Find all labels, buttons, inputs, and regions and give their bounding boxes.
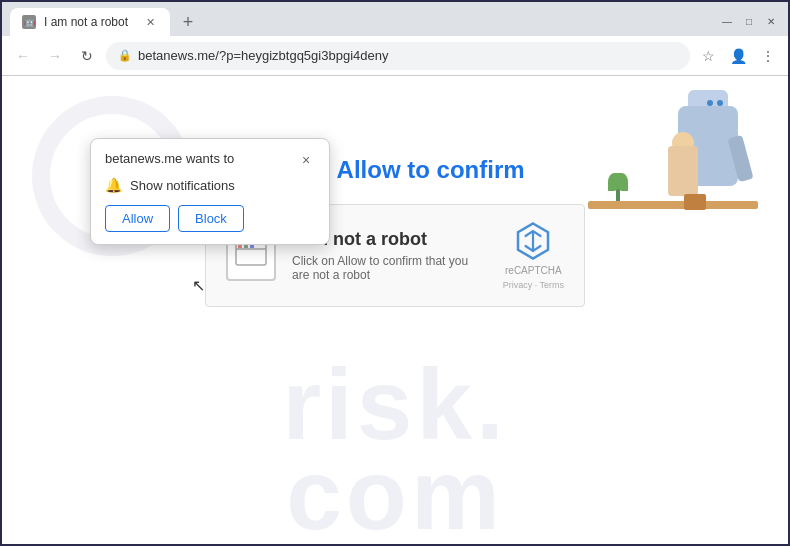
page-content: risk. com: [2, 76, 788, 544]
recaptcha-links: Privacy · Terms: [503, 280, 564, 290]
refresh-button[interactable]: ↻: [74, 43, 100, 69]
notification-popup: betanews.me wants to × 🔔 Show notificati…: [90, 138, 330, 245]
window-controls: — □ ✕: [718, 12, 780, 36]
popup-title: betanews.me wants to: [105, 151, 234, 166]
watermark-risk: risk.: [282, 354, 508, 454]
allow-button[interactable]: Allow: [105, 205, 170, 232]
maximize-button[interactable]: □: [740, 12, 758, 30]
menu-icon[interactable]: ⋮: [756, 44, 780, 68]
tab-title: I am not a robot: [44, 15, 134, 29]
address-right-icons: ☆ 👤 ⋮: [696, 44, 780, 68]
popup-header: betanews.me wants to ×: [105, 151, 315, 169]
popup-close-button[interactable]: ×: [297, 151, 315, 169]
bell-icon: 🔔: [105, 177, 122, 193]
lock-icon: 🔒: [118, 49, 132, 62]
captcha-right: reCAPTCHA Privacy · Terms: [503, 221, 564, 290]
captcha-subtitle: Click on Allow to confirm that you are n…: [292, 254, 487, 282]
url-text: betanews.me/?p=heygizbtgq5gi3bpgi4deny: [138, 48, 388, 63]
forward-button[interactable]: →: [42, 43, 68, 69]
recaptcha-label: reCAPTCHA: [505, 265, 562, 276]
popup-item: 🔔 Show notifications: [105, 177, 315, 193]
tab-favicon: 🤖: [22, 15, 36, 29]
tab-close-button[interactable]: ✕: [142, 14, 158, 30]
popup-item-text: Show notifications: [130, 178, 235, 193]
browser-window: 🤖 I am not a robot ✕ + — □ ✕ ← → ↻ 🔒 bet…: [0, 0, 790, 546]
profile-icon[interactable]: 👤: [726, 44, 750, 68]
recaptcha-logo: [513, 221, 553, 261]
watermark-com: com: [286, 444, 504, 544]
active-tab[interactable]: 🤖 I am not a robot ✕: [10, 8, 170, 36]
title-bar: 🤖 I am not a robot ✕ + — □ ✕: [2, 2, 788, 36]
press-allow-keyword: Allow: [337, 156, 401, 183]
star-icon[interactable]: ☆: [696, 44, 720, 68]
close-button[interactable]: ✕: [762, 12, 780, 30]
address-input[interactable]: 🔒 betanews.me/?p=heygizbtgq5gi3bpgi4deny: [106, 42, 690, 70]
new-tab-button[interactable]: +: [174, 8, 202, 36]
block-button[interactable]: Block: [178, 205, 244, 232]
back-button[interactable]: ←: [10, 43, 36, 69]
address-bar: ← → ↻ 🔒 betanews.me/?p=heygizbtgq5gi3bpg…: [2, 36, 788, 76]
popup-buttons: Allow Block: [105, 205, 315, 232]
press-text-end: to confirm: [401, 156, 525, 183]
minimize-button[interactable]: —: [718, 12, 736, 30]
